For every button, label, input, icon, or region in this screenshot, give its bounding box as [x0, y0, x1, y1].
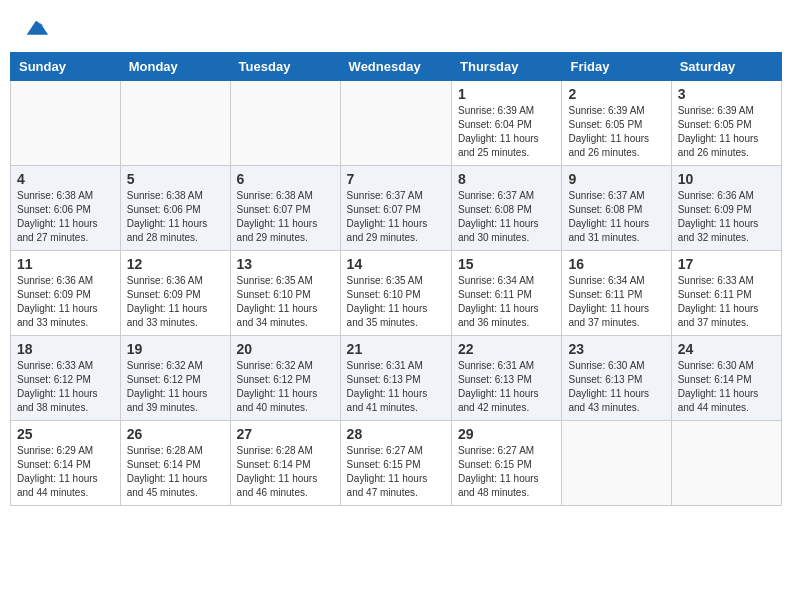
- day-number: 2: [568, 86, 664, 102]
- calendar-cell: 10Sunrise: 6:36 AM Sunset: 6:09 PM Dayli…: [671, 166, 781, 251]
- day-info: Sunrise: 6:33 AM Sunset: 6:12 PM Dayligh…: [17, 359, 114, 415]
- weekday-header: Saturday: [671, 53, 781, 81]
- day-number: 7: [347, 171, 445, 187]
- day-number: 5: [127, 171, 224, 187]
- calendar-cell: 20Sunrise: 6:32 AM Sunset: 6:12 PM Dayli…: [230, 336, 340, 421]
- day-number: 14: [347, 256, 445, 272]
- weekday-header: Tuesday: [230, 53, 340, 81]
- day-number: 8: [458, 171, 555, 187]
- day-number: 27: [237, 426, 334, 442]
- day-info: Sunrise: 6:28 AM Sunset: 6:14 PM Dayligh…: [127, 444, 224, 500]
- calendar-cell: 6Sunrise: 6:38 AM Sunset: 6:07 PM Daylig…: [230, 166, 340, 251]
- calendar-cell: 25Sunrise: 6:29 AM Sunset: 6:14 PM Dayli…: [11, 421, 121, 506]
- calendar-cell: 24Sunrise: 6:30 AM Sunset: 6:14 PM Dayli…: [671, 336, 781, 421]
- calendar-cell: 3Sunrise: 6:39 AM Sunset: 6:05 PM Daylig…: [671, 81, 781, 166]
- logo: [20, 16, 50, 44]
- calendar-cell: 28Sunrise: 6:27 AM Sunset: 6:15 PM Dayli…: [340, 421, 451, 506]
- day-info: Sunrise: 6:37 AM Sunset: 6:08 PM Dayligh…: [458, 189, 555, 245]
- svg-marker-0: [27, 21, 48, 35]
- day-info: Sunrise: 6:32 AM Sunset: 6:12 PM Dayligh…: [127, 359, 224, 415]
- day-info: Sunrise: 6:36 AM Sunset: 6:09 PM Dayligh…: [678, 189, 775, 245]
- calendar-cell: 18Sunrise: 6:33 AM Sunset: 6:12 PM Dayli…: [11, 336, 121, 421]
- calendar-cell: 8Sunrise: 6:37 AM Sunset: 6:08 PM Daylig…: [452, 166, 562, 251]
- calendar-cell: 22Sunrise: 6:31 AM Sunset: 6:13 PM Dayli…: [452, 336, 562, 421]
- day-info: Sunrise: 6:39 AM Sunset: 6:05 PM Dayligh…: [568, 104, 664, 160]
- day-info: Sunrise: 6:32 AM Sunset: 6:12 PM Dayligh…: [237, 359, 334, 415]
- calendar-cell: 12Sunrise: 6:36 AM Sunset: 6:09 PM Dayli…: [120, 251, 230, 336]
- day-number: 24: [678, 341, 775, 357]
- calendar-cell: 14Sunrise: 6:35 AM Sunset: 6:10 PM Dayli…: [340, 251, 451, 336]
- day-number: 15: [458, 256, 555, 272]
- day-number: 25: [17, 426, 114, 442]
- day-info: Sunrise: 6:27 AM Sunset: 6:15 PM Dayligh…: [458, 444, 555, 500]
- day-number: 21: [347, 341, 445, 357]
- day-info: Sunrise: 6:38 AM Sunset: 6:06 PM Dayligh…: [17, 189, 114, 245]
- weekday-header: Thursday: [452, 53, 562, 81]
- day-info: Sunrise: 6:28 AM Sunset: 6:14 PM Dayligh…: [237, 444, 334, 500]
- day-number: 20: [237, 341, 334, 357]
- weekday-header: Monday: [120, 53, 230, 81]
- day-info: Sunrise: 6:31 AM Sunset: 6:13 PM Dayligh…: [458, 359, 555, 415]
- calendar-cell: 1Sunrise: 6:39 AM Sunset: 6:04 PM Daylig…: [452, 81, 562, 166]
- day-number: 16: [568, 256, 664, 272]
- day-number: 10: [678, 171, 775, 187]
- calendar-table: SundayMondayTuesdayWednesdayThursdayFrid…: [10, 52, 782, 506]
- day-info: Sunrise: 6:30 AM Sunset: 6:13 PM Dayligh…: [568, 359, 664, 415]
- weekday-header: Sunday: [11, 53, 121, 81]
- day-info: Sunrise: 6:34 AM Sunset: 6:11 PM Dayligh…: [458, 274, 555, 330]
- header: [0, 0, 792, 52]
- day-number: 17: [678, 256, 775, 272]
- day-info: Sunrise: 6:35 AM Sunset: 6:10 PM Dayligh…: [347, 274, 445, 330]
- day-info: Sunrise: 6:38 AM Sunset: 6:06 PM Dayligh…: [127, 189, 224, 245]
- day-info: Sunrise: 6:30 AM Sunset: 6:14 PM Dayligh…: [678, 359, 775, 415]
- day-number: 28: [347, 426, 445, 442]
- calendar-cell: 19Sunrise: 6:32 AM Sunset: 6:12 PM Dayli…: [120, 336, 230, 421]
- day-info: Sunrise: 6:27 AM Sunset: 6:15 PM Dayligh…: [347, 444, 445, 500]
- calendar-cell: 23Sunrise: 6:30 AM Sunset: 6:13 PM Dayli…: [562, 336, 671, 421]
- calendar-cell: 17Sunrise: 6:33 AM Sunset: 6:11 PM Dayli…: [671, 251, 781, 336]
- calendar-cell: 13Sunrise: 6:35 AM Sunset: 6:10 PM Dayli…: [230, 251, 340, 336]
- calendar-cell: 21Sunrise: 6:31 AM Sunset: 6:13 PM Dayli…: [340, 336, 451, 421]
- day-info: Sunrise: 6:37 AM Sunset: 6:08 PM Dayligh…: [568, 189, 664, 245]
- calendar-cell: 5Sunrise: 6:38 AM Sunset: 6:06 PM Daylig…: [120, 166, 230, 251]
- day-number: 12: [127, 256, 224, 272]
- calendar-cell: 4Sunrise: 6:38 AM Sunset: 6:06 PM Daylig…: [11, 166, 121, 251]
- calendar-cell: [562, 421, 671, 506]
- weekday-header: Friday: [562, 53, 671, 81]
- calendar-cell: 16Sunrise: 6:34 AM Sunset: 6:11 PM Dayli…: [562, 251, 671, 336]
- day-number: 9: [568, 171, 664, 187]
- calendar-cell: 15Sunrise: 6:34 AM Sunset: 6:11 PM Dayli…: [452, 251, 562, 336]
- calendar-cell: 2Sunrise: 6:39 AM Sunset: 6:05 PM Daylig…: [562, 81, 671, 166]
- day-number: 19: [127, 341, 224, 357]
- day-number: 23: [568, 341, 664, 357]
- weekday-header: Wednesday: [340, 53, 451, 81]
- calendar-cell: 27Sunrise: 6:28 AM Sunset: 6:14 PM Dayli…: [230, 421, 340, 506]
- day-info: Sunrise: 6:37 AM Sunset: 6:07 PM Dayligh…: [347, 189, 445, 245]
- day-number: 4: [17, 171, 114, 187]
- day-number: 18: [17, 341, 114, 357]
- day-info: Sunrise: 6:39 AM Sunset: 6:04 PM Dayligh…: [458, 104, 555, 160]
- day-info: Sunrise: 6:38 AM Sunset: 6:07 PM Dayligh…: [237, 189, 334, 245]
- day-number: 13: [237, 256, 334, 272]
- day-info: Sunrise: 6:31 AM Sunset: 6:13 PM Dayligh…: [347, 359, 445, 415]
- calendar-cell: [230, 81, 340, 166]
- day-number: 6: [237, 171, 334, 187]
- day-number: 26: [127, 426, 224, 442]
- day-info: Sunrise: 6:29 AM Sunset: 6:14 PM Dayligh…: [17, 444, 114, 500]
- calendar-cell: [671, 421, 781, 506]
- day-number: 3: [678, 86, 775, 102]
- day-info: Sunrise: 6:36 AM Sunset: 6:09 PM Dayligh…: [17, 274, 114, 330]
- day-info: Sunrise: 6:33 AM Sunset: 6:11 PM Dayligh…: [678, 274, 775, 330]
- calendar-cell: [120, 81, 230, 166]
- calendar-cell: 9Sunrise: 6:37 AM Sunset: 6:08 PM Daylig…: [562, 166, 671, 251]
- calendar-cell: [340, 81, 451, 166]
- day-info: Sunrise: 6:35 AM Sunset: 6:10 PM Dayligh…: [237, 274, 334, 330]
- day-number: 11: [17, 256, 114, 272]
- day-number: 1: [458, 86, 555, 102]
- day-info: Sunrise: 6:36 AM Sunset: 6:09 PM Dayligh…: [127, 274, 224, 330]
- calendar-cell: [11, 81, 121, 166]
- calendar-cell: 26Sunrise: 6:28 AM Sunset: 6:14 PM Dayli…: [120, 421, 230, 506]
- day-number: 22: [458, 341, 555, 357]
- page: SundayMondayTuesdayWednesdayThursdayFrid…: [0, 0, 792, 612]
- calendar-cell: 7Sunrise: 6:37 AM Sunset: 6:07 PM Daylig…: [340, 166, 451, 251]
